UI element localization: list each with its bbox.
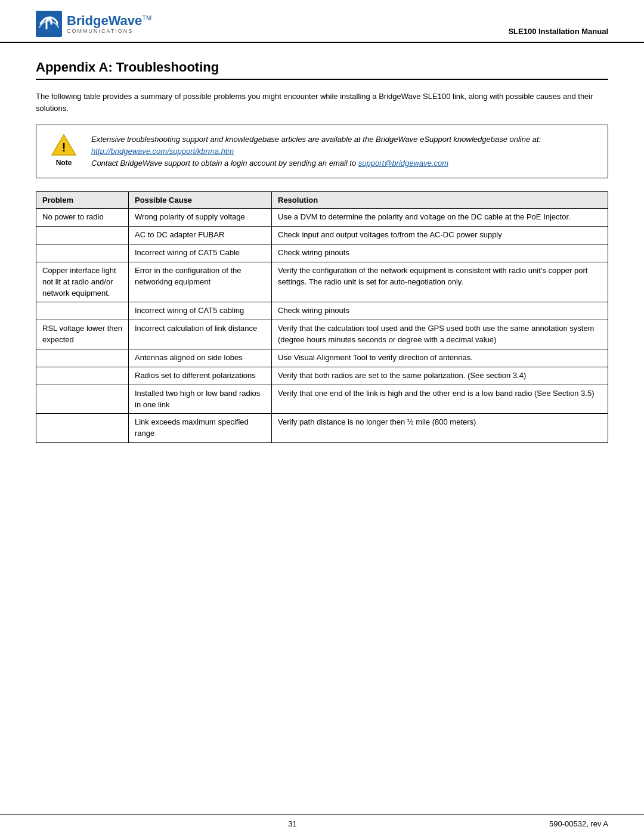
page-header: BridgeWaveTM COMMUNICATIONS SLE100 Insta…: [0, 0, 644, 43]
note-label: Note: [56, 159, 72, 167]
resolution-cell: Verify that one end of the link is high …: [272, 385, 608, 414]
troubleshooting-table: Problem Possible Cause Resolution No pow…: [36, 191, 608, 443]
table-row: Incorrect wiring of CAT5 Cable Check wir…: [36, 244, 608, 262]
page-title: Appendix A: Troubleshooting: [36, 60, 608, 80]
cause-cell: Incorrect wiring of CAT5 Cable: [129, 244, 272, 262]
document-title: SLE100 Installation Manual: [508, 27, 608, 37]
cause-cell: Installed two high or low band radios in…: [129, 385, 272, 414]
resolution-cell: Check input and output voltages to/from …: [272, 227, 608, 244]
page-container: BridgeWaveTM COMMUNICATIONS SLE100 Insta…: [0, 0, 644, 833]
cause-cell: AC to DC adapter FUBAR: [129, 227, 272, 244]
table-row: RSL voltage lower then expected Incorrec…: [36, 320, 608, 349]
problem-cell: [36, 367, 129, 385]
intro-paragraph: The following table provides a summary o…: [36, 91, 608, 114]
problem-cell: [36, 385, 129, 414]
doc-reference: 590-00532, rev A: [549, 819, 608, 828]
table-row: Radios set to different polarizations Ve…: [36, 367, 608, 385]
cause-cell: Incorrect calculation of link distance: [129, 320, 272, 349]
logo-sub-text: COMMUNICATIONS: [67, 28, 151, 34]
problem-cell: [36, 349, 129, 367]
logo-area: BridgeWaveTM COMMUNICATIONS: [36, 11, 151, 37]
trademark-symbol: TM: [142, 14, 151, 21]
problem-cell: [36, 227, 129, 244]
resolution-cell: Verify path distance is no longer then ½…: [272, 414, 608, 443]
table-row: Link exceeds maximum specified range Ver…: [36, 414, 608, 443]
col-header-problem: Problem: [36, 192, 129, 209]
problem-cell: Copper interface light not lit at radio …: [36, 262, 129, 302]
cause-cell: Antennas aligned on side lobes: [129, 349, 272, 367]
resolution-cell: Verify the configuration of the network …: [272, 262, 608, 302]
table-row: Antennas aligned on side lobes Use Visua…: [36, 349, 608, 367]
brand-name-text: BridgeWave: [67, 13, 142, 28]
table-row: Copper interface light not lit at radio …: [36, 262, 608, 302]
resolution-cell: Verify that both radios are set to the s…: [272, 367, 608, 385]
note-link[interactable]: http://bridgewave.com/support/kbrma.htm: [91, 147, 234, 156]
warning-triangle-icon: !: [51, 134, 77, 156]
note-content: Extensive troubleshooting support and kn…: [91, 134, 541, 169]
bridgewave-logo-icon: [36, 11, 62, 37]
problem-cell: [36, 302, 129, 320]
note-email-link[interactable]: support@bridgewave.com: [358, 159, 448, 168]
main-content: Appendix A: Troubleshooting The followin…: [0, 43, 644, 814]
page-footer: 31 590-00532, rev A: [0, 814, 644, 833]
problem-cell: No power to radio: [36, 209, 129, 227]
svg-text:!: !: [62, 141, 66, 154]
resolution-cell: Check wiring pinouts: [272, 302, 608, 320]
table-row: Incorrect wiring of CAT5 cabling Check w…: [36, 302, 608, 320]
problem-cell: [36, 414, 129, 443]
page-number: 31: [288, 819, 296, 828]
table-row: Installed two high or low band radios in…: [36, 385, 608, 414]
resolution-cell: Verify that the calculation tool used an…: [272, 320, 608, 349]
cause-cell: Link exceeds maximum specified range: [129, 414, 272, 443]
cause-cell: Radios set to different polarizations: [129, 367, 272, 385]
resolution-cell: Use a DVM to determine the polarity and …: [272, 209, 608, 227]
cause-cell: Error in the configuration of the networ…: [129, 262, 272, 302]
note-icon-area: ! Note: [46, 134, 82, 167]
table-header-row: Problem Possible Cause Resolution: [36, 192, 608, 209]
problem-cell: RSL voltage lower then expected: [36, 320, 129, 349]
cause-cell: Incorrect wiring of CAT5 cabling: [129, 302, 272, 320]
resolution-cell: Use Visual Alignment Tool to verify dire…: [272, 349, 608, 367]
table-row: No power to radio Wrong polarity of supp…: [36, 209, 608, 227]
note-box: ! Note Extensive troubleshooting support…: [36, 125, 608, 178]
table-row: AC to DC adapter FUBAR Check input and o…: [36, 227, 608, 244]
col-header-cause: Possible Cause: [129, 192, 272, 209]
problem-cell: [36, 244, 129, 262]
logo-brand-name: BridgeWaveTM: [67, 14, 151, 28]
col-header-resolution: Resolution: [272, 192, 608, 209]
resolution-cell: Check wiring pinouts: [272, 244, 608, 262]
cause-cell: Wrong polarity of supply voltage: [129, 209, 272, 227]
logo-text-area: BridgeWaveTM COMMUNICATIONS: [67, 14, 151, 34]
